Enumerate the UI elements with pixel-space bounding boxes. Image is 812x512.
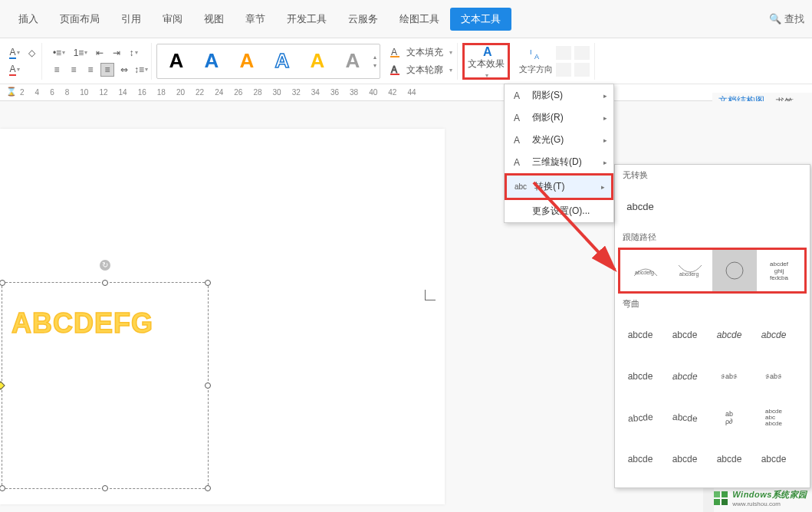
- tab-cloud[interactable]: 云服务: [337, 8, 389, 31]
- document-page[interactable]: ABCDEFG: [0, 129, 445, 504]
- warp-14-option[interactable]: abcde: [662, 438, 707, 480]
- link-create-button[interactable]: [556, 46, 571, 60]
- align-right-button[interactable]: ≡: [84, 63, 97, 77]
- search-icon: 🔍: [769, 13, 781, 25]
- effect-glow-item[interactable]: A 发光(G)▸: [505, 129, 613, 151]
- tab-chapter[interactable]: 章节: [235, 8, 276, 31]
- numbered-list-button[interactable]: 1≡: [71, 46, 90, 60]
- warp-2-option[interactable]: abcde: [662, 314, 707, 356]
- path-button-option[interactable]: abcdefghijfedcba: [757, 250, 801, 291]
- svg-text:A: A: [514, 135, 520, 146]
- style-blue[interactable]: A: [196, 48, 228, 75]
- line-spacing-button[interactable]: ↕≡: [134, 63, 148, 77]
- svg-rect-15: [714, 491, 720, 497]
- path-arch-down-option[interactable]: abcderg: [668, 250, 712, 291]
- text-outline-button[interactable]: A 文本轮廓: [390, 63, 452, 77]
- watermark-text: Windows系统家园: [732, 489, 807, 501]
- warp-7-option[interactable]: ୫ab୫: [707, 356, 751, 397]
- transform-none-option[interactable]: abcde: [618, 185, 662, 227]
- warp-6-option[interactable]: abcde: [662, 356, 707, 397]
- rotate-handle-icon[interactable]: [100, 260, 110, 271]
- text-fill-button[interactable]: A 文本填充: [390, 45, 452, 60]
- tab-drawing-tools[interactable]: 绘图工具: [389, 8, 450, 31]
- style-gallery-dropdown[interactable]: ▴▾: [373, 54, 376, 69]
- handle-bottom-left[interactable]: [0, 485, 5, 491]
- text-effect-button[interactable]: A 文本效果: [468, 43, 505, 80]
- transform-icon: abc: [514, 182, 527, 191]
- warp-1-option[interactable]: abcde: [618, 314, 662, 356]
- handle-bottom-right[interactable]: [205, 485, 211, 491]
- style-yellow[interactable]: A: [301, 48, 334, 75]
- warp-10-option[interactable]: abcde: [662, 397, 707, 438]
- svg-text:A: A: [391, 64, 397, 75]
- bullet-list-button[interactable]: •≡: [50, 46, 68, 60]
- path-arch-down-icon: abcderg: [675, 259, 705, 282]
- svg-text:abcderg: abcderg: [679, 271, 699, 277]
- tab-page-layout[interactable]: 页面布局: [49, 8, 110, 31]
- glow-icon: A: [512, 134, 524, 146]
- text-style-gallery[interactable]: A A A A A A ▴▾: [156, 44, 380, 79]
- warp-12-option[interactable]: abcdeabcabcde: [751, 397, 796, 438]
- increase-indent-button[interactable]: ⇥: [110, 46, 123, 60]
- text-outline-icon: A: [390, 64, 402, 76]
- ribbon-toolbar: A ◇ A •≡ 1≡ ⇤ ⇥ ↕ ≡ ≡ ≡ ≡ ⇔ ↕≡ A A A A A…: [0, 38, 812, 84]
- align-justify-button[interactable]: ≡: [100, 63, 114, 77]
- warp-3-option[interactable]: abcde: [707, 314, 751, 356]
- font-color-2-button[interactable]: A: [8, 63, 21, 77]
- style-orange[interactable]: A: [231, 48, 263, 75]
- handle-mid-right[interactable]: [205, 382, 211, 389]
- tab-review[interactable]: 审阅: [152, 8, 193, 31]
- effect-shadow-item[interactable]: A 阴影(S)▸: [505, 84, 613, 107]
- handle-top-right[interactable]: [205, 280, 211, 286]
- art-text-box[interactable]: ABCDEFG: [2, 282, 209, 489]
- align-left-button[interactable]: ≡: [50, 63, 64, 77]
- link-break-button[interactable]: [556, 63, 571, 77]
- handle-mid-left-adjust[interactable]: [0, 381, 5, 389]
- tab-insert[interactable]: 插入: [8, 8, 49, 31]
- path-circle-option[interactable]: [712, 250, 757, 291]
- effect-more-settings-item[interactable]: 更多设置(O)...: [505, 200, 613, 222]
- tab-dev-tools[interactable]: 开发工具: [276, 8, 337, 31]
- horizontal-ruler[interactable]: ⌛ 2 4 6 8 10 12 14 16 18 20 22 24 26 28 …: [0, 84, 812, 101]
- style-gray[interactable]: A: [337, 48, 369, 75]
- warp-4-option[interactable]: abcde: [751, 314, 796, 356]
- effect-transform-item[interactable]: abc 转换(T)▸: [505, 173, 613, 200]
- font-color-button[interactable]: A: [8, 46, 21, 60]
- handle-top-center[interactable]: [102, 280, 108, 286]
- text-direction-button[interactable]: IA 文字方向: [519, 47, 553, 75]
- style-outline-blue[interactable]: A: [266, 48, 298, 75]
- warp-5-option[interactable]: abcde: [618, 356, 662, 397]
- warp-11-option[interactable]: abρ∂: [707, 397, 751, 438]
- effect-reflection-item[interactable]: A 倒影(R)▸: [505, 107, 613, 129]
- tab-references[interactable]: 引用: [110, 8, 152, 31]
- paragraph-spacing-button[interactable]: ↕: [127, 46, 140, 60]
- warp-8-option[interactable]: ୫ab୫: [751, 356, 796, 397]
- shadow-icon: A: [512, 90, 524, 102]
- follow-path-row-highlight: abcdefg abcderg abcdefghijfedcba: [618, 248, 807, 294]
- eraser-button[interactable]: ◇: [25, 46, 38, 60]
- handle-top-left[interactable]: [0, 280, 5, 286]
- ruler-marker-icon[interactable]: ⌛: [6, 87, 17, 97]
- warp-15-option[interactable]: abcde: [707, 438, 751, 480]
- align-center-button[interactable]: ≡: [67, 63, 81, 77]
- warp-13-option[interactable]: abcde: [618, 438, 662, 480]
- warp-9-option[interactable]: abcde: [618, 397, 662, 438]
- svg-text:A: A: [514, 90, 520, 101]
- handle-bottom-center[interactable]: [102, 485, 108, 491]
- art-text-content[interactable]: ABCDEFG: [12, 307, 153, 340]
- decrease-indent-button[interactable]: ⇤: [93, 46, 107, 60]
- tab-text-tools[interactable]: 文本工具: [450, 8, 511, 31]
- font-format-group: A ◇ A: [5, 43, 42, 80]
- menu-bar: 插入 页面布局 引用 审阅 视图 章节 开发工具 云服务 绘图工具 文本工具 🔍…: [0, 0, 812, 38]
- distribute-button[interactable]: ⇔: [117, 63, 131, 77]
- tab-view[interactable]: 视图: [193, 8, 235, 31]
- submenu-header-follow-path: 跟随路径: [615, 227, 810, 248]
- extra-2-button[interactable]: [574, 63, 590, 77]
- style-black[interactable]: A: [160, 48, 192, 75]
- extra-1-button[interactable]: [574, 46, 590, 60]
- path-arch-up-option[interactable]: abcdefg: [623, 250, 668, 291]
- rotate3d-icon: A: [512, 156, 524, 169]
- warp-16-option[interactable]: abcde: [751, 438, 796, 480]
- search-box[interactable]: 🔍 查找: [769, 12, 804, 26]
- effect-3d-rotate-item[interactable]: A 三维旋转(D)▸: [505, 151, 613, 173]
